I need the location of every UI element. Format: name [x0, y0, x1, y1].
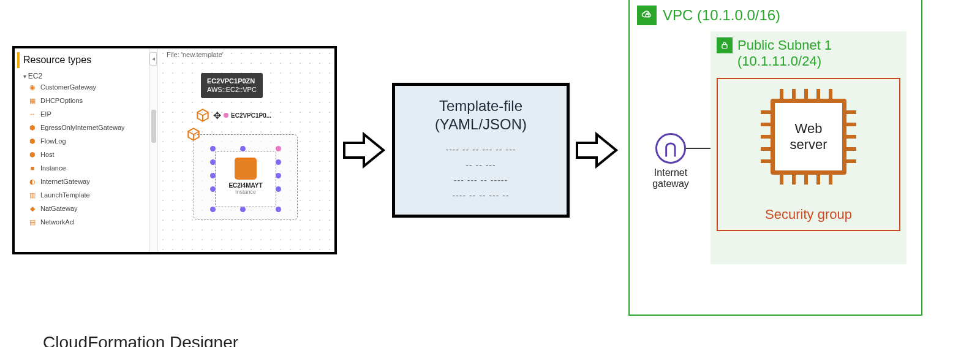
- subnet-label: Public Subnet 1: [737, 37, 832, 53]
- instance-node-name: EC2I4MAYT: [216, 182, 276, 189]
- canvas-resource-tooltip: EC2VPC1P0ZN AWS::EC2::VPC: [201, 73, 263, 98]
- template-title-line2: (YAML/JSON): [410, 115, 552, 134]
- resource-item-instance[interactable]: ■Instance: [17, 161, 146, 175]
- arrow-right-icon: [576, 132, 619, 169]
- template-row: --- --- -- -----: [410, 173, 552, 188]
- svg-rect-1: [722, 45, 727, 48]
- template-row: ---- -- -- --- -- ---: [410, 142, 552, 158]
- arrow-right-icon: [343, 132, 386, 169]
- resource-icon: ⬢: [28, 150, 37, 159]
- canvas-vpc-node[interactable]: ✥ EC2VPC1P0...: [195, 107, 271, 123]
- resource-item-dhcpoptions[interactable]: ▦DHCPOptions: [17, 94, 146, 107]
- template-title-line1: Template-file: [410, 97, 552, 115]
- sidebar-divider: ◂: [149, 48, 158, 252]
- template-row: -- -- ---: [410, 158, 552, 173]
- resource-item-eip[interactable]: ↔EIP: [17, 107, 146, 121]
- web-server-label: Webserver: [771, 99, 846, 175]
- resource-label: FlowLog: [40, 137, 66, 145]
- lock-icon: [717, 37, 733, 53]
- subnet-header: Public Subnet 1: [717, 37, 900, 53]
- resource-item-customergateway[interactable]: ◉CustomerGateway: [17, 80, 146, 94]
- vpc-label: VPC (10.1.0.0/16): [663, 7, 780, 24]
- move-cursor-icon: ✥: [213, 110, 221, 121]
- resource-label: NatGateway: [40, 205, 78, 212]
- resource-icon: ▥: [28, 191, 37, 199]
- resource-icon: ◐: [28, 177, 37, 186]
- tooltip-line2: AWS::EC2::VPC: [207, 85, 257, 94]
- resource-icon: ⬢: [28, 137, 37, 145]
- diagram-row: Resource types EC2 ◉CustomerGateway ▦DHC…: [12, 12, 968, 288]
- resource-label: DHCPOptions: [40, 97, 83, 104]
- subnet-cidr: (10.1.11.0/24): [737, 53, 900, 69]
- resource-label: NetworkAcl: [40, 218, 75, 226]
- vpc-node-label: EC2VPC1P0...: [231, 112, 271, 119]
- web-server-chip: Webserver: [760, 88, 858, 186]
- instance-node-type: Instance: [216, 189, 276, 195]
- internet-gateway-node: ⋂ Internetgateway: [643, 133, 698, 189]
- canvas-file-label: File: 'new.template': [167, 51, 224, 58]
- igw-label: Internetgateway: [643, 167, 698, 189]
- cloud-lock-icon: [637, 6, 657, 25]
- resource-label: CustomerGateway: [40, 83, 96, 91]
- resource-types-sidebar: Resource types EC2 ◉CustomerGateway ▦DHC…: [15, 48, 149, 252]
- resource-label: EIP: [40, 110, 51, 118]
- designer-caption: CloudFormation Designer: [43, 333, 238, 347]
- internet-gateway-icon: ⋂: [655, 133, 686, 164]
- resource-label: Host: [40, 151, 55, 158]
- tooltip-line1: EC2VPC1P0ZN: [207, 77, 257, 85]
- vpc-header: VPC (10.1.0.0/16): [637, 6, 914, 25]
- resource-icon: ⬢: [28, 123, 37, 132]
- resource-item-egressonlyigw[interactable]: ⬢EgressOnlyInternetGateway: [17, 121, 146, 134]
- cloudformation-designer-panel: Resource types EC2 ◉CustomerGateway ▦DHC…: [12, 46, 337, 254]
- instance-icon: [235, 158, 257, 180]
- container-cube-icon: [186, 126, 202, 142]
- resource-item-host[interactable]: ⬢Host: [17, 148, 146, 161]
- resource-group-ec2[interactable]: EC2: [17, 72, 146, 80]
- resource-label: InternetGateway: [40, 178, 90, 185]
- template-row: ---- -- -- --- --: [410, 188, 552, 204]
- template-content-placeholder: ---- -- -- --- -- --- -- -- --- --- --- …: [410, 142, 552, 204]
- connection-dot-icon: [224, 113, 228, 118]
- security-group-label: Security group: [718, 207, 899, 223]
- collapse-sidebar-button[interactable]: ◂: [149, 52, 157, 66]
- resource-icon: ■: [28, 164, 37, 172]
- svg-rect-0: [646, 14, 649, 17]
- resource-item-flowlog[interactable]: ⬢FlowLog: [17, 134, 146, 148]
- vpc-cube-icon: [195, 107, 211, 123]
- designer-canvas[interactable]: File: 'new.template' EC2VPC1P0ZN AWS::EC…: [158, 48, 334, 252]
- template-file-box: Template-file (YAML/JSON) ---- -- -- ---…: [392, 83, 570, 218]
- resource-item-internetgateway[interactable]: ◐InternetGateway: [17, 175, 146, 188]
- security-group-box: Webserver Security group: [717, 78, 900, 231]
- canvas-instance-container[interactable]: EC2I4MAYT Instance: [194, 134, 298, 220]
- resource-icon: ◆: [28, 204, 37, 213]
- resource-icon: ▤: [28, 218, 37, 226]
- resource-label: EgressOnlyInternetGateway: [40, 124, 125, 131]
- stack-vpc-box: VPC (10.1.0.0/16) ⋂ Internetgateway Publ…: [628, 0, 922, 316]
- resource-types-header: Resource types: [17, 52, 146, 68]
- resource-icon: ↔: [28, 110, 37, 118]
- resource-item-natgateway[interactable]: ◆NatGateway: [17, 202, 146, 215]
- public-subnet-box: Public Subnet 1 (10.1.11.0/24) Webs: [710, 31, 907, 264]
- resource-item-networkacl[interactable]: ▤NetworkAcl: [17, 215, 146, 229]
- scrollbar-thumb[interactable]: [151, 110, 156, 143]
- resource-label: Instance: [40, 164, 66, 172]
- resource-item-launchtemplate[interactable]: ▥LaunchTemplate: [17, 188, 146, 202]
- resource-icon: ◉: [28, 83, 37, 91]
- canvas-instance-node[interactable]: EC2I4MAYT Instance: [215, 151, 276, 207]
- resource-icon: ▦: [28, 96, 37, 105]
- resource-label: LaunchTemplate: [40, 191, 90, 199]
